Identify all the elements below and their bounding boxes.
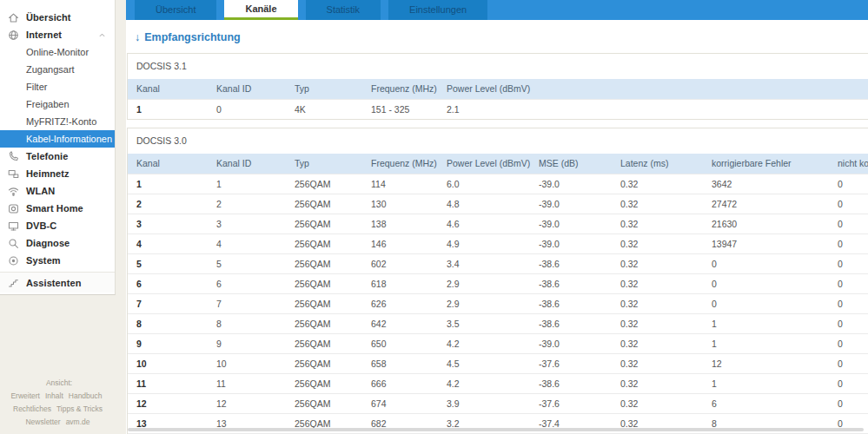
footer-link-rechtliches[interactable]: Rechtliches [13, 404, 51, 413]
docsis31-section: DOCSIS 3.1 KanalKanal IDTypFrequenz (MHz… [127, 53, 868, 120]
table-cell: 0 [829, 174, 868, 194]
table-cell: 658 [362, 353, 438, 373]
sidebar-item-kabel-informationen[interactable]: Kabel-Informationen [0, 130, 115, 148]
table-cell: 1 [703, 373, 829, 393]
table-cell: 626 [362, 293, 438, 313]
table-cell: 0.32 [612, 253, 703, 273]
sidebar-item-label: WLAN [26, 186, 55, 196]
table-cell: -39.0 [530, 233, 612, 253]
table-cell: -38.6 [530, 253, 612, 273]
column-header: Typ [286, 79, 362, 99]
globe-icon [7, 29, 19, 41]
footer-link-tipps[interactable]: Tipps & Tricks [56, 404, 103, 413]
sidebar-item-diagnose[interactable]: Diagnose [0, 234, 115, 252]
table-cell: 0.32 [612, 333, 703, 353]
main-content: ÜbersichtKanäleStatistikEinstellungen ↓E… [126, 0, 868, 434]
table-cell: 1 [208, 174, 286, 194]
column-header: Power Level (dBmV) [438, 154, 530, 174]
table-cell: 6.0 [438, 174, 530, 194]
sidebar-item-label: Heimnetz [26, 168, 70, 179]
sidebar-item-wlan[interactable]: WLAN [0, 182, 115, 200]
table-cell: 4.2 [438, 373, 530, 393]
table-row: 88256QAM6423.5-38.60.3210 [128, 313, 868, 333]
table-cell: 11 [208, 373, 286, 393]
sidebar-item-telefonie[interactable]: Telefonie [0, 148, 115, 165]
table-cell: 9 [128, 333, 208, 353]
table-cell: 2 [128, 194, 208, 214]
sidebar-item-freigaben[interactable]: Freigaben [0, 95, 115, 113]
sidebar-item-uebersicht[interactable]: Übersicht [0, 9, 115, 26]
table-cell: 0.32 [612, 393, 703, 413]
sidebar-item-label: Telefonie [26, 151, 68, 161]
table-cell: 602 [362, 253, 438, 273]
table-cell: -37.6 [530, 353, 612, 373]
home-icon [7, 11, 19, 23]
table-cell: 674 [362, 393, 438, 413]
table-cell: 0.32 [612, 293, 703, 313]
table-cell: 256QAM [286, 194, 362, 214]
footer-link-newsletter[interactable]: Newsletter [25, 418, 60, 426]
footer-link-inhalt[interactable]: Inhalt [45, 391, 63, 400]
table-cell: 3.9 [438, 393, 530, 413]
sidebar-item-system[interactable]: System [0, 252, 115, 269]
docsis30-section: DOCSIS 3.0 KanalKanal IDTypFrequenz (MHz… [127, 128, 868, 434]
table-cell: 10 [128, 353, 208, 373]
column-header: Kanal ID [208, 154, 286, 174]
wizard-steps-icon [7, 277, 19, 289]
table-cell: 7 [128, 293, 208, 313]
sidebar-item-smart-home[interactable]: Smart Home [0, 200, 115, 217]
table-cell: 0 [829, 293, 868, 313]
tab-kanaele[interactable]: Kanäle [224, 0, 297, 20]
docsis30-title: DOCSIS 3.0 [128, 128, 868, 154]
table-cell: 12 [208, 393, 286, 413]
table-cell: 256QAM [286, 273, 362, 293]
sidebar-item-internet[interactable]: Internet [0, 26, 115, 43]
tab-statistik[interactable]: Statistik [306, 0, 381, 20]
table-cell: 0 [703, 273, 829, 293]
table-cell: 256QAM [286, 233, 362, 253]
docsis31-table: KanalKanal IDTypFrequenz (MHz)Power Leve… [128, 79, 868, 119]
table-cell: 138 [362, 214, 438, 233]
column-header: Typ [286, 154, 362, 174]
table-cell: 0 [829, 214, 868, 233]
table-cell: 0.32 [612, 373, 703, 393]
sidebar: Übersicht Internet Online-Monitor Zugang… [0, 0, 116, 295]
table-cell: 0 [829, 233, 868, 253]
table-cell: 5 [128, 253, 208, 273]
sidebar-item-heimnetz[interactable]: Heimnetz [0, 165, 115, 182]
table-cell: 7 [208, 293, 286, 313]
sidebar-item-label: Smart Home [26, 203, 83, 214]
table-row: 1212256QAM6743.9-37.60.3260 [128, 393, 868, 413]
table-cell: 5 [208, 253, 286, 273]
table-cell: 1 [703, 313, 829, 333]
table-cell: -39.0 [530, 194, 612, 214]
table-row: 77256QAM6262.9-38.60.3200 [128, 293, 868, 313]
sidebar-item-label: DVB-C [26, 220, 56, 231]
sidebar-item-label: System [26, 255, 61, 266]
footer-link-handbuch[interactable]: Handbuch [69, 391, 103, 400]
sidebar-item-zugangsart[interactable]: Zugangsart [0, 61, 115, 78]
table-cell: 666 [362, 373, 438, 393]
footer-link-avmde[interactable]: avm.de [66, 418, 90, 426]
table-cell: 0 [208, 99, 286, 119]
tab-uebersicht[interactable]: Übersicht [135, 0, 216, 20]
sidebar-item-filter[interactable]: Filter [0, 78, 115, 95]
sidebar-item-online-monitor[interactable]: Online-Monitor [0, 43, 115, 61]
table-cell: 256QAM [286, 353, 362, 373]
table-cell: 1 [128, 99, 208, 119]
sidebar-item-assistenten[interactable]: Assistenten [0, 272, 115, 293]
table-cell: -38.6 [530, 373, 612, 393]
table-row: 1111256QAM6664.2-38.60.3210 [128, 373, 868, 393]
docsis31-title: DOCSIS 3.1 [128, 54, 868, 79]
table-cell: 0.32 [612, 353, 703, 373]
table-row: 44256QAM1464.9-39.00.32139470 [128, 233, 868, 253]
horizontal-scrollbar[interactable] [128, 428, 864, 431]
column-header: Kanal [128, 154, 208, 174]
tab-einstellungen[interactable]: Einstellungen [388, 0, 487, 20]
table-cell: 21630 [703, 214, 829, 233]
table-cell: 256QAM [286, 174, 362, 194]
sidebar-item-label: Diagnose [26, 238, 70, 248]
sidebar-item-myfritz-konto[interactable]: MyFRITZ!-Konto [0, 113, 115, 130]
magnifier-icon [7, 237, 19, 249]
sidebar-item-dvb-c[interactable]: DVB-C [0, 217, 115, 234]
